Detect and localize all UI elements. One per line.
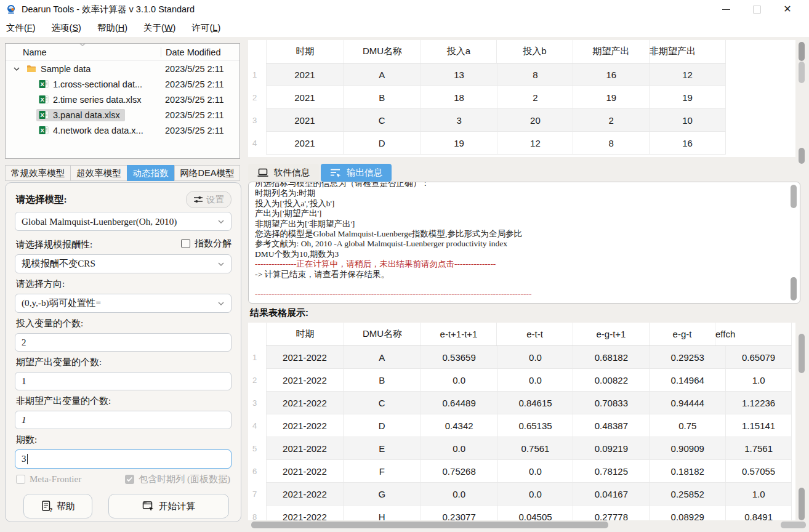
cell: 0.75268: [421, 460, 497, 482]
period-column-checkbox-wrap[interactable]: 包含时期列 (面板数据): [125, 474, 230, 485]
column-header-name[interactable]: Name: [6, 47, 161, 57]
output-log-panel[interactable]: 所选指标与模型的信息为（请检查是否正确）： 时期列名为:时期 投入为['投入a'…: [248, 182, 800, 304]
table-row[interactable]: 5 2021-2022 E 0.0 0.7561 0.09219 0.90909…: [248, 437, 795, 460]
model-tab[interactable]: 常规效率模型: [5, 165, 70, 181]
column-header-date[interactable]: Date Modified: [161, 47, 239, 57]
start-calculation-button[interactable]: 开始计算: [108, 494, 229, 518]
help-button[interactable]: ? 帮助: [23, 494, 92, 518]
vertical-scrollbar-thumb[interactable]: [799, 488, 805, 520]
menu-item[interactable]: 关于(W): [143, 22, 184, 34]
menu-item[interactable]: 帮助(H): [97, 22, 136, 34]
vertical-scrollbar-thumb[interactable]: [791, 277, 797, 300]
table-row[interactable]: 2 2021-2022 B 0.0 0.0 0.00822 0.14964 1.…: [248, 369, 795, 392]
cell: 2021-2022: [266, 346, 343, 368]
chevron-down-icon: [217, 301, 225, 306]
table-row[interactable]: 6 2021-2022 F 0.75268 0.0 0.78125 0.1818…: [248, 460, 795, 483]
row-number: 8: [248, 506, 266, 520]
outputs-count-field[interactable]: 1: [15, 372, 231, 390]
column-header[interactable]: effch: [715, 323, 735, 345]
column-header[interactable]: 非期望产出: [649, 40, 696, 63]
cell: 0.48387: [573, 414, 649, 437]
row-number: 1: [248, 346, 266, 369]
table-row[interactable]: 3 2021-2022 C 0.64489 0.84615 0.70833 0.…: [248, 392, 795, 414]
menu-item[interactable]: 选项(S): [52, 22, 90, 34]
expander-chevron-icon[interactable]: [13, 65, 20, 73]
vertical-scrollbar-thumb[interactable]: [799, 62, 805, 83]
file-date: 2023/5/25 2:11: [161, 95, 239, 105]
vertical-scrollbar-thumb[interactable]: [799, 42, 805, 61]
table-row[interactable]: 1 2021-2022 A 0.53659 0.0 0.68182 0.2925…: [248, 346, 795, 369]
settings-button[interactable]: 设置: [186, 191, 231, 208]
column-header[interactable]: 时期: [266, 40, 344, 63]
cell: 0.0: [497, 483, 573, 505]
cell: 1.15141: [725, 414, 791, 437]
column-header[interactable]: DMU名称: [344, 323, 421, 345]
column-header[interactable]: e-g-t+1: [573, 323, 649, 345]
direction-label: 请选择方向:: [16, 278, 231, 290]
cell: 20: [497, 109, 573, 131]
meta-frontier-checkbox-wrap[interactable]: Meta-Frontier: [16, 474, 81, 485]
tab-output-info[interactable]: 输出信息: [321, 164, 392, 182]
cell: 2021: [266, 109, 343, 131]
file-date: 2023/5/25 2:11: [161, 79, 239, 89]
cell: 2021-2022: [266, 414, 343, 437]
table-row[interactable]: 4 2021-2022 D 0.4342 0.65135 0.48387 0.7…: [248, 414, 795, 437]
cell: 1.0: [725, 369, 791, 391]
inputs-count-field[interactable]: 2: [15, 333, 231, 352]
column-header[interactable]: 投入b: [496, 40, 573, 63]
tree-file-row[interactable]: X 2.time series data.xlsx 2023/5/25 2:11: [6, 92, 239, 107]
column-header[interactable]: 期望产出: [573, 40, 649, 63]
decompose-checkbox[interactable]: [181, 239, 190, 248]
periods-field[interactable]: 3: [15, 449, 231, 469]
tree-folder-row[interactable]: Sample data 2023/5/25 2:11: [6, 61, 239, 76]
cell: 0.09219: [573, 437, 649, 459]
model-tab[interactable]: 超效率模型: [70, 165, 127, 181]
tree-file-row[interactable]: X 3.panal data.xlsx 2023/5/25 2:11: [6, 107, 239, 123]
vertical-scrollbar-thumb[interactable]: [799, 334, 805, 373]
table-row[interactable]: 7 2021-2022 G 0.0 0.0 0.04167 0.25852 1.…: [248, 483, 795, 506]
tab-software-info[interactable]: 软件信息: [248, 164, 319, 182]
column-header[interactable]: e-t-t: [496, 323, 573, 345]
menu-item[interactable]: 许可(L): [191, 22, 229, 34]
model-tab[interactable]: 网络DEA模型: [174, 165, 241, 181]
menu-item[interactable]: 文件(F): [6, 22, 44, 34]
tree-file-row[interactable]: X 1.cross-sectional dat... 2023/5/25 2:1…: [6, 76, 239, 92]
bad-outputs-count-field[interactable]: 1: [15, 411, 231, 429]
table-row[interactable]: 1 2021 A 13 8 16 12: [248, 63, 795, 86]
model-tab[interactable]: 动态指数: [127, 165, 174, 181]
cell: 19: [649, 86, 725, 108]
run-window-icon: [142, 501, 155, 512]
tree-file-row[interactable]: X 4.network dea data.x... 2023/5/25 2:11: [6, 123, 239, 138]
column-header[interactable]: e-g-t: [649, 323, 715, 345]
column-header[interactable]: DMU名称: [344, 40, 421, 63]
maximize-button[interactable]: [741, 0, 772, 18]
table-row[interactable]: 2 2021 B 18 2 19 19: [248, 86, 795, 109]
column-header[interactable]: 时期: [266, 323, 344, 345]
table-row[interactable]: 3 2021 C 3 20 2 10: [248, 109, 795, 132]
model-select[interactable]: Global Malmquist-Luenberger(Oh, 2010): [15, 212, 231, 231]
close-button[interactable]: ✕: [772, 0, 803, 18]
decompose-checkbox-wrap[interactable]: 指数分解: [181, 238, 231, 249]
period-column-checkbox[interactable]: [125, 475, 134, 484]
minimize-button[interactable]: [710, 0, 741, 18]
meta-frontier-checkbox[interactable]: [16, 475, 25, 484]
horizontal-scrollbar-thumb[interactable]: [251, 522, 608, 528]
vertical-scrollbar-thumb[interactable]: [799, 148, 805, 164]
vertical-scrollbar-thumb[interactable]: [791, 185, 797, 208]
cell: A: [343, 63, 421, 86]
column-header[interactable]: 投入a: [421, 40, 496, 63]
cell: 0.70833: [573, 392, 649, 414]
horizontal-scrollbar-thumb[interactable]: [781, 522, 806, 528]
direction-select[interactable]: (0,y,-b)弱可处置性=: [15, 294, 231, 313]
excel-file-icon: X: [39, 95, 49, 104]
table-row[interactable]: 8 2021-2022 H 0.23077 0.04505 0.27778 0.…: [248, 506, 795, 520]
data-table-body: 1 2021 A 13 8 16 12 2 2021 B: [248, 63, 795, 155]
cell: 0.0: [421, 483, 497, 505]
log-line: 投入为['投入a','投入b']: [255, 199, 792, 209]
column-header[interactable]: e-t+1-t+1: [421, 323, 496, 345]
log-line: -> 计算已结束，请查看并保存结果。: [255, 270, 792, 280]
rts-select[interactable]: 规模报酬不变CRS: [15, 254, 231, 273]
table-row[interactable]: 4 2021 D 19 12 8 16: [248, 132, 795, 155]
log-line: ----------------------------------------…: [255, 289, 792, 299]
excel-file-icon: X: [39, 126, 49, 135]
